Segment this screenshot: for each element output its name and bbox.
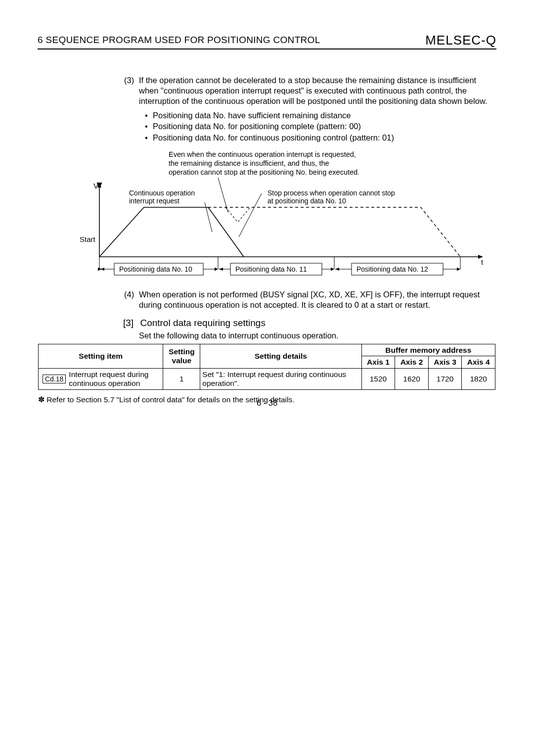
caption-line: operation cannot stop at the positioning…: [169, 168, 496, 177]
col-buffer-address: Buffer memory address: [361, 344, 495, 356]
diagram-caption: Even when the continuous operation inter…: [169, 150, 496, 177]
subhead-number: [3]: [123, 317, 134, 329]
paragraph-3: (3) If the operation cannot be decelerat…: [139, 75, 496, 106]
timing-diagram: Even when the continuous operation inter…: [55, 150, 496, 282]
cd-name-text: Interrupt request during continuous oper…: [69, 370, 161, 388]
col-setting-item: Setting item: [39, 344, 163, 369]
col-setting-details: Setting details: [200, 344, 361, 369]
cell-setting-details: Set "1: Interrupt request during continu…: [200, 369, 361, 390]
control-data-table: Setting item Setting value Setting detai…: [38, 344, 495, 390]
col-axis-1: Axis 1: [361, 356, 395, 369]
intr-label-2: interrupt request: [129, 197, 179, 205]
stop-label-2: at positioning data No. 10: [267, 197, 346, 205]
page-number: 6 - 38: [0, 398, 534, 408]
segment-2-label: Positioning data No. 11: [235, 265, 307, 273]
col-axis-4: Axis 4: [462, 356, 495, 369]
brand-label: MELSEC-Q: [425, 33, 496, 48]
col-setting-value: Setting value: [163, 344, 200, 369]
bullet-item: Positioning data No. for continuous posi…: [145, 133, 496, 143]
subhead-3: [3] Control data requiring settings: [123, 317, 496, 329]
svg-line-6: [205, 202, 212, 232]
cell-axis-2: 1620: [395, 369, 429, 390]
segment-1-label: Positioninig data No. 10: [119, 265, 192, 273]
para-4-text: When operation is not performed (BUSY si…: [139, 290, 480, 309]
cell-setting-item: Cd.18 Interrupt request during continuou…: [39, 369, 163, 390]
cell-axis-4: 1820: [462, 369, 495, 390]
stop-label-1: Stop process when operation cannot stop: [267, 189, 395, 197]
header-rule: [38, 48, 496, 49]
cd-code-box: Cd.18: [43, 375, 66, 383]
t-axis-label: t: [481, 258, 484, 266]
para-3-bullets: Positioning data No. have sufficient rem…: [145, 110, 496, 142]
svg-marker-15: [219, 268, 223, 271]
segment-3-label: Positioning data No. 12: [356, 265, 428, 273]
cell-axis-1: 1520: [361, 369, 395, 390]
diagram-svg: V t Start Continuous operation interrupt…: [55, 178, 485, 282]
svg-line-7: [239, 193, 262, 237]
v-axis-label: V: [93, 182, 98, 190]
page-header: 6 SEQUENCE PROGRAM USED FOR POSITIONING …: [38, 35, 496, 49]
col-axis-2: Axis 2: [395, 356, 429, 369]
cell-axis-3: 1720: [428, 369, 462, 390]
para-3-number: (3): [124, 75, 134, 86]
intr-label-1: Continuous operation: [129, 189, 195, 197]
caption-line: the remaining distance is insufficient, …: [169, 159, 496, 168]
svg-marker-13: [100, 268, 104, 271]
subhead-desc: Set the following data to interrupt cont…: [139, 331, 496, 341]
svg-marker-17: [335, 268, 339, 271]
bullet-item: Positioning data No. for positioning com…: [145, 121, 496, 132]
col-axis-3: Axis 3: [428, 356, 462, 369]
para-3-text: If the operation cannot be decelerated t…: [139, 76, 487, 105]
paragraph-4: (4) When operation is not performed (BUS…: [139, 289, 496, 310]
chapter-title: 6 SEQUENCE PROGRAM USED FOR POSITIONING …: [38, 35, 320, 45]
bullet-item: Positioning data No. have sufficient rem…: [145, 110, 496, 121]
caption-line: Even when the continuous operation inter…: [169, 150, 496, 159]
para-4-number: (4): [124, 289, 134, 300]
subhead-title: Control data requiring settings: [140, 318, 265, 328]
start-label: Start: [80, 235, 96, 243]
cell-setting-value: 1: [163, 369, 200, 390]
